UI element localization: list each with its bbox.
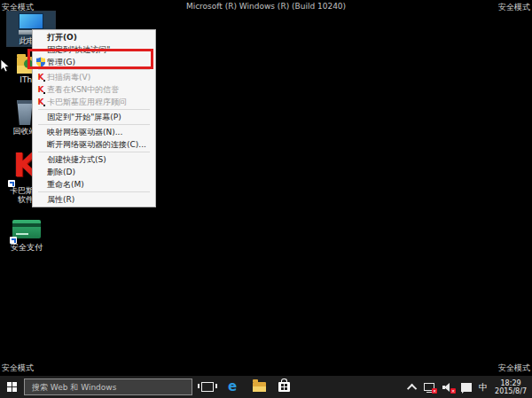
mouse-cursor xyxy=(0,59,10,74)
taskbar-search-input[interactable] xyxy=(24,378,192,395)
menu-item-pin-to-start[interactable]: 固定到"开始"屏幕(P) xyxy=(33,111,155,123)
network-status-icon[interactable]: ✕ xyxy=(424,382,435,393)
taskbar-clock[interactable]: 18:29 2015/8/7 xyxy=(495,379,527,395)
taskbar: e ✕ ✕ 中 18:29 2015 xyxy=(0,376,532,398)
kaspersky-icon: K xyxy=(35,72,46,82)
menu-item-map-network-drive[interactable]: 映射网络驱动器(N)... xyxy=(33,126,155,138)
volume-muted-icon[interactable]: ✕ xyxy=(442,382,454,393)
menu-item-label: 属性(R) xyxy=(47,194,74,206)
menu-item-label: 重命名(M) xyxy=(47,179,84,191)
safe-money-icon xyxy=(12,220,41,241)
menu-item-label: 断开网络驱动器的连接(C)... xyxy=(47,139,146,151)
menu-separator xyxy=(38,124,150,125)
safe-mode-label-bottom-right: 安全模式 xyxy=(498,363,530,374)
menu-item-properties[interactable]: 属性(R) xyxy=(33,193,155,206)
menu-item-delete[interactable]: 删除(D) xyxy=(33,166,155,178)
windows-build-watermark: Microsoft (R) Windows (R) (Build 10240) xyxy=(0,2,532,11)
file-explorer-button[interactable] xyxy=(248,376,270,398)
menu-item-label: 删除(D) xyxy=(47,167,75,178)
menu-item-label: 扫描病毒(V) xyxy=(47,72,90,83)
clock-time: 18:29 xyxy=(495,379,527,387)
menu-separator xyxy=(38,109,150,110)
menu-item-disconnect-network-drive[interactable]: 断开网络驱动器的连接(C)... xyxy=(33,138,155,151)
tray-chevron-up-icon[interactable] xyxy=(407,383,417,393)
edge-icon: e xyxy=(228,380,237,394)
menu-item-label: 查看在KSN中的信誉 xyxy=(47,84,119,96)
menu-item-label: 打开(O) xyxy=(47,32,77,43)
ime-language-indicator[interactable]: 中 xyxy=(479,381,488,394)
edge-browser-button[interactable]: e xyxy=(222,376,243,398)
shortcut-arrow-icon xyxy=(8,180,15,187)
menu-item-rename[interactable]: 重命名(M) xyxy=(33,178,155,191)
kaspersky-icon: K xyxy=(35,97,46,107)
system-tray: ✕ ✕ 中 18:29 2015/8/7 xyxy=(410,376,527,398)
start-button[interactable] xyxy=(0,376,23,398)
action-center-icon[interactable] xyxy=(461,382,472,393)
desktop: 安全模式 安全模式 安全模式 安全模式 Microsoft (R) Window… xyxy=(0,0,532,398)
volume-muted-badge: ✕ xyxy=(450,388,456,394)
clock-date: 2015/8/7 xyxy=(495,387,527,395)
menu-separator xyxy=(38,152,150,152)
menu-item-label: 固定到"开始"屏幕(P) xyxy=(47,112,121,123)
file-explorer-icon xyxy=(253,382,266,392)
menu-item-label: 创建快捷方式(S) xyxy=(47,154,106,166)
menu-separator xyxy=(38,191,150,192)
menu-item-scan-virus[interactable]: K 扫描病毒(V) xyxy=(33,71,155,83)
task-view-button[interactable] xyxy=(197,376,218,398)
safe-mode-label-bottom-left: 安全模式 xyxy=(2,363,34,374)
kaspersky-icon: K xyxy=(35,84,46,95)
desktop-icon-label: 安全支付 xyxy=(7,243,46,252)
red-annotation-box xyxy=(27,49,153,69)
network-disconnected-badge: ✕ xyxy=(432,388,437,394)
menu-item-create-shortcut[interactable]: 创建快捷方式(S) xyxy=(33,153,155,166)
menu-item-open[interactable]: 打开(O) xyxy=(33,31,155,43)
store-icon xyxy=(278,382,290,392)
task-view-icon xyxy=(201,382,214,392)
desktop-icon-safe-money[interactable]: 安全支付 xyxy=(7,220,46,252)
menu-item-ksn-reputation[interactable]: K 查看在KSN中的信誉 xyxy=(33,83,155,96)
menu-item-label: 卡巴斯基应用程序顾问 xyxy=(47,97,127,108)
shortcut-arrow-icon xyxy=(10,237,17,244)
menu-item-label: 映射网络驱动器(N)... xyxy=(47,127,122,138)
menu-separator xyxy=(38,69,150,70)
windows-logo-icon xyxy=(7,382,17,392)
menu-item-app-advisor[interactable]: K 卡巴斯基应用程序顾问 xyxy=(33,96,155,108)
store-button[interactable] xyxy=(273,376,294,398)
